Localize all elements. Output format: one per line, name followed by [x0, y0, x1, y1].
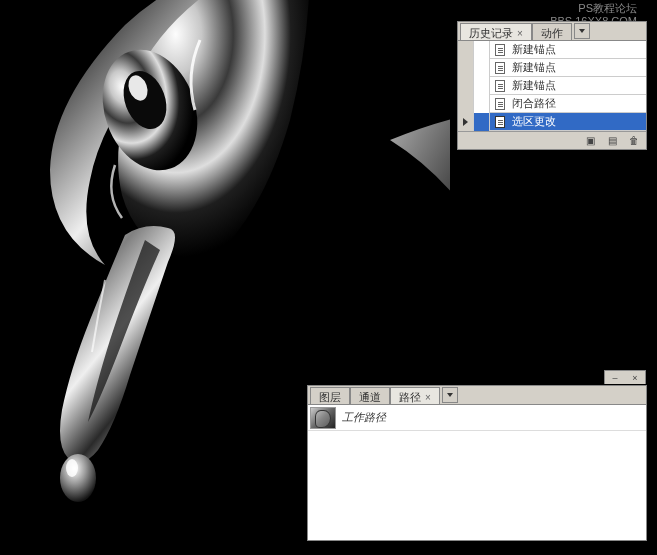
path-thumbnail — [310, 407, 336, 429]
document-icon — [493, 97, 507, 111]
path-item[interactable]: 工作路径 — [308, 405, 646, 431]
paths-list: 工作路径 — [308, 405, 646, 540]
history-panel-tabs: 历史记录× 动作 — [458, 22, 646, 41]
history-brush-col[interactable] — [474, 113, 490, 131]
history-brush-col[interactable] — [474, 59, 490, 77]
document-icon — [493, 43, 507, 57]
tab-layers[interactable]: 图层 — [310, 387, 350, 404]
panel-menu-button[interactable] — [574, 23, 590, 39]
close-icon[interactable]: × — [632, 373, 637, 383]
tab-layers-label: 图层 — [319, 391, 341, 403]
history-brush-col[interactable] — [474, 41, 490, 59]
history-item[interactable]: 新建锚点 — [458, 77, 646, 95]
history-item-label: 闭合路径 — [510, 96, 646, 111]
history-item-label: 新建锚点 — [510, 42, 646, 57]
watermark-line1: PS教程论坛 — [550, 2, 637, 15]
close-icon[interactable]: × — [425, 392, 431, 403]
tab-channels-label: 通道 — [359, 391, 381, 403]
history-visibility-col[interactable] — [458, 59, 474, 77]
history-item[interactable]: 新建锚点 — [458, 41, 646, 59]
delete-button[interactable]: 🗑 — [626, 134, 642, 148]
tab-paths[interactable]: 路径× — [390, 387, 440, 404]
minimize-icon[interactable]: – — [612, 373, 617, 383]
history-item-label: 选区更改 — [510, 114, 646, 129]
new-state-button[interactable]: ▤ — [604, 134, 620, 148]
tab-paths-label: 路径 — [399, 391, 421, 403]
history-panel-footer: ▣ ▤ 🗑 — [458, 131, 646, 149]
close-icon[interactable]: × — [517, 28, 523, 39]
tab-actions-label: 动作 — [541, 27, 563, 39]
history-visibility-col[interactable] — [458, 77, 474, 95]
history-item[interactable]: 新建锚点 — [458, 59, 646, 77]
history-panel: 历史记录× 动作 新建锚点 新建锚点 新建锚点 闭 — [457, 21, 647, 150]
current-state-icon — [463, 118, 468, 126]
path-item-label: 工作路径 — [338, 410, 386, 425]
tab-history-label: 历史记录 — [469, 27, 513, 39]
tab-history[interactable]: 历史记录× — [460, 23, 532, 40]
tab-channels[interactable]: 通道 — [350, 387, 390, 404]
new-snapshot-button[interactable]: ▣ — [582, 134, 598, 148]
document-icon — [493, 61, 507, 75]
paths-panel: – × 图层 通道 路径× 工作路径 — [307, 385, 647, 541]
svg-point-3 — [60, 454, 96, 502]
history-item-selected[interactable]: 选区更改 — [458, 113, 646, 131]
history-visibility-col[interactable] — [458, 41, 474, 59]
tab-actions[interactable]: 动作 — [532, 23, 572, 40]
panel-window-controls: – × — [604, 370, 646, 384]
svg-point-4 — [66, 459, 78, 477]
paths-panel-tabs: 图层 通道 路径× — [308, 386, 646, 405]
history-brush-col[interactable] — [474, 77, 490, 95]
panel-menu-button[interactable] — [442, 387, 458, 403]
history-visibility-col[interactable] — [458, 95, 474, 113]
document-icon — [493, 79, 507, 93]
history-item[interactable]: 闭合路径 — [458, 95, 646, 113]
history-brush-col[interactable] — [474, 95, 490, 113]
history-list: 新建锚点 新建锚点 新建锚点 闭合路径 选区更改 — [458, 41, 646, 131]
history-item-label: 新建锚点 — [510, 60, 646, 75]
document-icon — [493, 115, 507, 129]
history-visibility-col[interactable] — [458, 113, 474, 131]
history-item-label: 新建锚点 — [510, 78, 646, 93]
